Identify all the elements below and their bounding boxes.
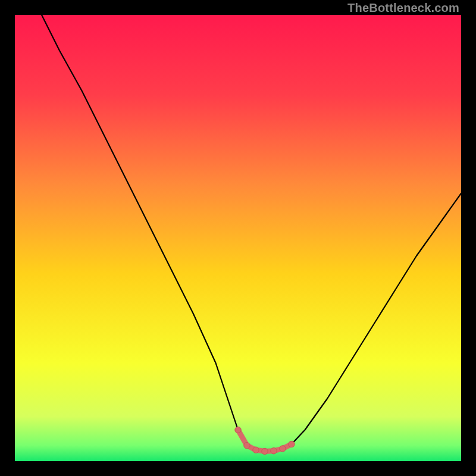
flat-region-dot	[253, 447, 259, 453]
flat-region-dot	[235, 427, 241, 433]
flat-region-dot	[289, 441, 295, 447]
plot-area	[15, 15, 461, 461]
watermark-text: TheBottleneck.com	[347, 1, 459, 15]
flat-region-dot	[271, 448, 277, 454]
flat-region-dot	[262, 448, 268, 454]
chart-frame	[15, 15, 461, 461]
bottleneck-curve	[15, 15, 461, 461]
flat-region-dot	[244, 443, 250, 449]
flat-region-dot	[280, 446, 286, 452]
